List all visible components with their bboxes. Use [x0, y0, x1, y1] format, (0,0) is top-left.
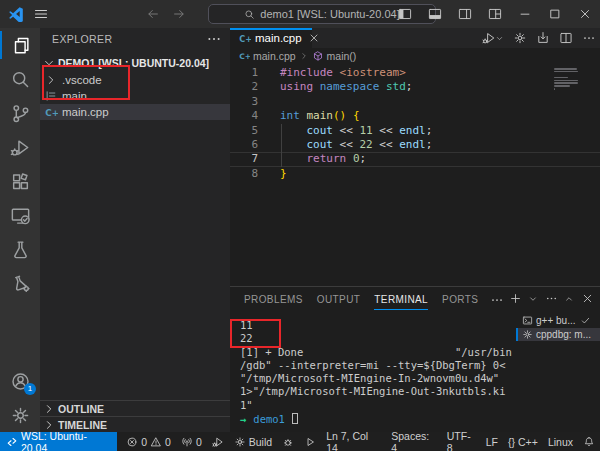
terminal-session-task[interactable]: g++ bu...	[516, 314, 600, 327]
warning-icon	[150, 436, 162, 448]
menu-icon[interactable]	[33, 6, 49, 22]
activity-run-and-debug[interactable]	[0, 130, 40, 164]
activity-explorer[interactable]	[0, 28, 40, 62]
toggle-primary-sidebar-button[interactable]	[390, 0, 420, 28]
status-notifications[interactable]	[578, 432, 600, 451]
activity-accounts[interactable]: 1	[0, 364, 40, 398]
editor-actions	[482, 28, 596, 48]
beaker-icon	[10, 239, 31, 260]
status-cursor-position[interactable]: Ln 7, Col 14	[321, 432, 386, 451]
bell-icon	[583, 436, 595, 448]
code-line-5[interactable]: 5 cout << 11 << endl;	[230, 124, 600, 138]
status-eol[interactable]: LF	[481, 432, 503, 451]
run-task-button[interactable]	[536, 31, 550, 45]
line-content: cout << 22 << endl;	[258, 138, 432, 152]
code-line-2[interactable]: 2using namespace std;	[230, 80, 600, 94]
code-line-1[interactable]: 1#include <iostream>	[230, 66, 600, 80]
explorer-more-actions-icon[interactable]	[206, 31, 222, 47]
terminal-icon	[522, 315, 533, 326]
code-editor[interactable]: 1#include <iostream>2using namespace std…	[230, 64, 600, 286]
activity-test-tool[interactable]	[0, 266, 40, 300]
status-text: WSL: Ubuntu-20.04	[21, 430, 109, 451]
activity-source-control[interactable]	[0, 96, 40, 130]
launch-profile-button[interactable]	[529, 294, 538, 304]
code-line-6[interactable]: 6 cout << 22 << endl;	[230, 138, 600, 152]
status-remote-indicator[interactable]: WSL: Ubuntu-20.04	[0, 432, 117, 451]
terminal-session-label: g++ bu...	[536, 315, 575, 326]
tree-item-main[interactable]: main	[40, 88, 230, 104]
status-ports-forwarded[interactable]: 0	[176, 432, 207, 451]
panel-tab-output[interactable]: OUTPUT	[317, 287, 361, 312]
tab-bar: C+ main.cpp	[230, 28, 600, 48]
window-title: demo1 [WSL: Ubuntu-20.04]	[260, 8, 399, 20]
tab-main-cpp[interactable]: C+ main.cpp	[230, 28, 312, 48]
activity-remote-explorer[interactable]	[0, 198, 40, 232]
close-button[interactable]	[570, 0, 600, 28]
maximize-panel-button[interactable]	[565, 294, 574, 304]
activity-search[interactable]	[0, 62, 40, 96]
activity-bar: 1	[0, 28, 40, 432]
activity-testing[interactable]	[0, 232, 40, 266]
code-line-7[interactable]: 7 return 0;	[230, 152, 600, 166]
code-line-4[interactable]: 4int main() {	[230, 109, 600, 123]
status-problems[interactable]: 00	[121, 432, 176, 451]
cpp-file-icon: C+	[238, 50, 250, 62]
terminal-line: 11	[240, 319, 510, 332]
status-debug-launch[interactable]	[207, 432, 229, 451]
status-indentation[interactable]: Spaces: 4	[386, 432, 441, 451]
code-line-8[interactable]: 8}	[230, 167, 600, 181]
panel-tab-terminal[interactable]: TERMINAL	[374, 287, 428, 312]
flask-gear-icon	[10, 273, 31, 294]
close-icon	[578, 7, 592, 21]
breadcrumb-symbol[interactable]: main()	[327, 50, 357, 62]
status-encoding[interactable]: UTF-8	[442, 432, 481, 451]
new-terminal-button[interactable]	[509, 292, 522, 305]
more-actions-button[interactable]	[582, 31, 596, 45]
code-line-3[interactable]: 3	[230, 95, 600, 109]
tab-label: main.cpp	[255, 32, 302, 44]
tree-item--vscode[interactable]: .vscode	[40, 72, 230, 88]
status-language-mode[interactable]: {}C++	[503, 432, 543, 451]
terminal-output[interactable]: 1122[1] + Done "/usr/bin/gdb" --interpre…	[240, 319, 510, 432]
status-debug-target[interactable]	[277, 432, 299, 451]
status-text: 0	[165, 436, 171, 448]
minimap[interactable]	[554, 68, 580, 91]
customize-layout-button[interactable]	[480, 0, 510, 28]
panel-tabs-more-icon[interactable]	[490, 293, 504, 307]
minimap-line	[554, 88, 555, 90]
line-number: 8	[230, 167, 258, 181]
gear-icon	[234, 436, 246, 448]
maximize-button[interactable]	[540, 0, 570, 28]
status-text: Build	[249, 436, 272, 448]
minimize-button[interactable]	[510, 0, 540, 28]
debug-configure-button[interactable]	[513, 31, 527, 45]
outline-section[interactable]: OUTLINE	[40, 400, 230, 416]
status-run-target[interactable]	[299, 432, 321, 451]
forward-arrow-icon[interactable]	[172, 7, 186, 21]
terminal-line: "/tmp/Microsoft-MIEngine-In-2wnovm0u.d4w…	[240, 372, 510, 385]
panel-more-button[interactable]	[545, 292, 558, 305]
status-remote-os[interactable]: Linux	[543, 432, 578, 451]
toggle-secondary-sidebar-button[interactable]	[450, 0, 480, 28]
close-tab-icon[interactable]	[308, 32, 320, 44]
status-text: LF	[486, 436, 498, 448]
line-number: 3	[230, 95, 258, 109]
panel-tab-ports[interactable]: PORTS	[442, 287, 478, 312]
tree-item-main-cpp[interactable]: C+main.cpp	[40, 104, 230, 120]
split-editor-button[interactable]	[559, 31, 573, 45]
run-or-debug-button[interactable]	[482, 31, 504, 45]
activity-settings[interactable]	[0, 398, 40, 432]
back-arrow-icon[interactable]	[146, 7, 160, 21]
file-tree: .vscodemainC+main.cpp	[40, 72, 230, 120]
terminal-session-cppdbg[interactable]: cppdbg: m...	[516, 328, 600, 341]
close-icon	[581, 292, 594, 305]
close-panel-button[interactable]	[581, 292, 594, 305]
activity-extensions[interactable]	[0, 164, 40, 198]
workspace-section-header[interactable]: DEMO1 [WSL: UBUNTU-20.04]	[40, 54, 230, 72]
toggle-panel-button[interactable]	[420, 0, 450, 28]
status-cmake-build[interactable]: Build	[229, 432, 277, 451]
chevron-right-icon	[299, 51, 309, 61]
panel-tab-problems[interactable]: PROBLEMS	[244, 287, 303, 312]
gear-icon	[522, 329, 533, 340]
breadcrumb-file[interactable]: main.cpp	[253, 50, 296, 62]
